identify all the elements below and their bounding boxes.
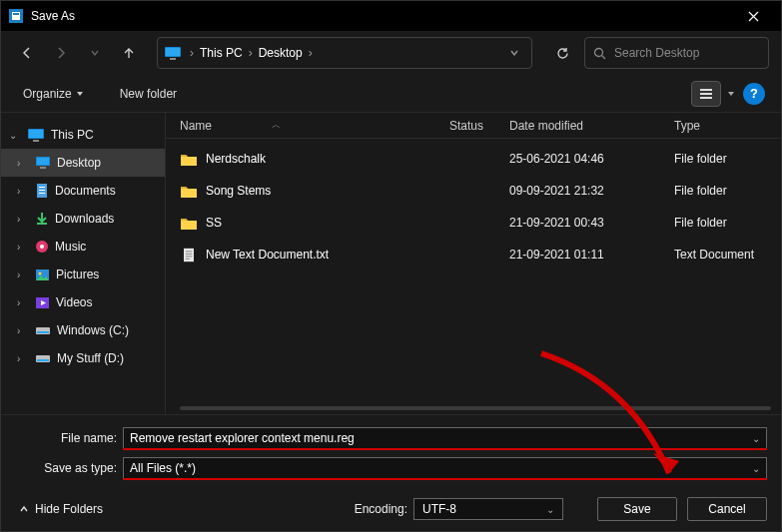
organize-button[interactable]: Organize: [17, 83, 90, 105]
chevron-right-icon: ›: [17, 186, 29, 197]
filename-input[interactable]: Remove restart explorer context menu.reg…: [123, 427, 767, 449]
recent-dropdown-icon[interactable]: [81, 39, 109, 67]
file-name: Nerdschalk: [206, 152, 266, 166]
chevron-down-icon: [76, 90, 84, 98]
chevron-right-icon: ›: [307, 46, 315, 60]
back-button[interactable]: [13, 39, 41, 67]
sidebar-item-drive-c[interactable]: › Windows (C:): [1, 316, 165, 344]
annotation-underline: [123, 478, 767, 480]
refresh-button[interactable]: [546, 37, 578, 69]
chevron-right-icon: ›: [17, 214, 29, 225]
pictures-icon: [35, 268, 50, 281]
file-area: Name ︿ Status Date modified Type Nerdsch…: [166, 113, 781, 414]
view-options-button[interactable]: [691, 81, 721, 107]
address-bar[interactable]: › This PC › Desktop ›: [157, 37, 532, 69]
svg-rect-31: [186, 253, 193, 254]
search-icon: [593, 47, 606, 60]
help-button[interactable]: ?: [743, 83, 765, 105]
chevron-down-icon[interactable]: ⌄: [752, 433, 760, 444]
sidebar-item-documents[interactable]: › Documents: [1, 177, 165, 205]
col-name[interactable]: Name: [180, 119, 212, 133]
col-date[interactable]: Date modified: [509, 119, 674, 133]
file-type: File folder: [674, 184, 781, 198]
sidebar-item-drive-d[interactable]: › My Stuff (D:): [1, 344, 165, 372]
download-icon: [35, 212, 49, 226]
hide-folders-button[interactable]: Hide Folders: [15, 500, 107, 518]
forward-button[interactable]: [47, 39, 75, 67]
svg-point-21: [40, 245, 44, 249]
svg-rect-29: [184, 248, 194, 261]
horizontal-scrollbar[interactable]: [180, 406, 771, 410]
column-headers[interactable]: Name ︿ Status Date modified Type: [166, 113, 781, 139]
svg-rect-1: [13, 13, 19, 15]
chevron-down-icon[interactable]: [727, 90, 735, 98]
desktop-icon: [35, 156, 51, 170]
file-row[interactable]: New Text Document.txt21-09-2021 01:11Tex…: [180, 239, 781, 270]
address-dropdown-icon[interactable]: [503, 48, 525, 58]
chevron-right-icon: ›: [247, 46, 255, 60]
crumb-this-pc[interactable]: This PC: [196, 46, 247, 60]
sidebar-item-downloads[interactable]: › Downloads: [1, 205, 165, 233]
file-date: 25-06-2021 04:46: [509, 152, 674, 166]
svg-rect-7: [700, 93, 712, 95]
folder-icon: [180, 152, 198, 167]
file-type: File folder: [674, 152, 781, 166]
svg-point-23: [39, 271, 42, 274]
app-icon: [9, 9, 23, 23]
svg-rect-8: [700, 97, 712, 99]
sidebar-item-music[interactable]: › Music: [1, 233, 165, 261]
bottom-panel: File name: Remove restart explorer conte…: [1, 414, 781, 531]
svg-rect-14: [40, 167, 46, 169]
drive-icon: [35, 324, 51, 336]
svg-rect-19: [37, 223, 47, 225]
sidebar: ⌄ This PC › Desktop › Documents › Downlo…: [1, 113, 166, 414]
file-row[interactable]: SS21-09-2021 00:43File folder: [180, 207, 781, 239]
chevron-right-icon: ›: [17, 242, 29, 253]
svg-point-5: [595, 48, 603, 56]
sidebar-root-this-pc[interactable]: ⌄ This PC: [1, 121, 165, 149]
sidebar-item-desktop[interactable]: › Desktop: [1, 149, 165, 177]
file-name: Song Stems: [206, 184, 271, 198]
chevron-down-icon[interactable]: ⌄: [752, 463, 760, 474]
chevron-right-icon: ›: [17, 325, 29, 336]
svg-rect-26: [37, 331, 49, 333]
saveastype-label: Save as type:: [15, 461, 123, 475]
up-button[interactable]: [115, 39, 143, 67]
search-input[interactable]: Search Desktop: [584, 37, 769, 69]
chevron-down-icon[interactable]: ⌄: [546, 504, 554, 515]
filename-label: File name:: [15, 431, 123, 445]
file-date: 21-09-2021 01:11: [509, 248, 674, 262]
sidebar-item-videos[interactable]: › Videos: [1, 288, 165, 316]
svg-rect-10: [29, 130, 43, 138]
svg-rect-11: [33, 140, 39, 142]
chevron-down-icon: ⌄: [9, 130, 21, 141]
monitor-icon: [27, 128, 45, 142]
col-status[interactable]: Status: [449, 119, 509, 133]
chevron-right-icon: ›: [17, 269, 29, 280]
annotation-underline: [123, 448, 767, 450]
videos-icon: [35, 296, 50, 309]
file-row[interactable]: Song Stems09-09-2021 21:32File folder: [180, 175, 781, 207]
chevron-up-icon: [19, 504, 29, 514]
close-button[interactable]: [733, 1, 773, 31]
folder-icon: [180, 184, 198, 199]
col-type[interactable]: Type: [674, 119, 781, 133]
file-row[interactable]: Nerdschalk25-06-2021 04:46File folder: [180, 143, 781, 175]
monitor-icon: [164, 46, 182, 60]
svg-rect-6: [700, 89, 712, 91]
crumb-desktop[interactable]: Desktop: [255, 46, 307, 60]
nav-row: › This PC › Desktop › Search Desktop: [1, 31, 781, 75]
encoding-select[interactable]: UTF-8 ⌄: [413, 498, 563, 520]
folder-icon: [180, 216, 198, 231]
svg-rect-16: [39, 187, 45, 188]
svg-rect-33: [186, 258, 190, 259]
cancel-button[interactable]: Cancel: [687, 497, 767, 521]
search-placeholder: Search Desktop: [614, 46, 699, 60]
drive-icon: [35, 352, 51, 364]
save-button[interactable]: Save: [597, 497, 677, 521]
sidebar-item-pictures[interactable]: › Pictures: [1, 261, 165, 288]
file-name: New Text Document.txt: [206, 248, 329, 262]
sort-asc-icon: ︿: [272, 119, 281, 132]
new-folder-button[interactable]: New folder: [114, 83, 183, 105]
saveastype-select[interactable]: All Files (*.*) ⌄: [123, 457, 767, 479]
